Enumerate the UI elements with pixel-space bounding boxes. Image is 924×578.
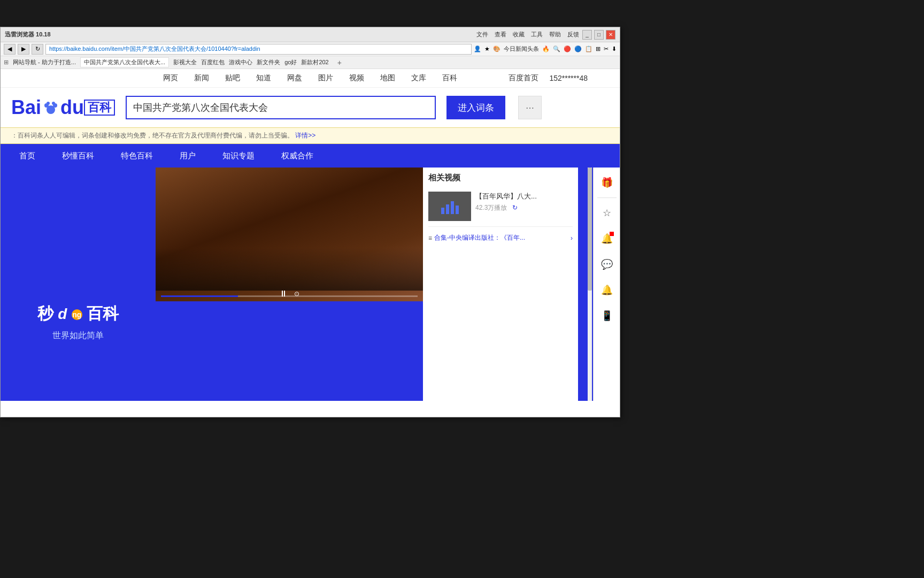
address-bar[interactable]: https://baike.baidu.com/item/中国共产党第八次全国代… xyxy=(45,44,472,55)
scrollbar[interactable] xyxy=(588,168,592,401)
extra-search-btn[interactable]: ⋯ xyxy=(518,96,542,119)
search-icon[interactable]: 🔍 xyxy=(553,45,560,52)
bookmark-baike-tab[interactable]: 中国共产党第八次全国代表大... xyxy=(80,57,169,67)
top-right-links: 百度首页 152******48 xyxy=(509,73,588,83)
promo-logo-text: 秒 d ng 百科 xyxy=(37,302,119,325)
promo-d: d xyxy=(58,306,67,322)
search-input[interactable] xyxy=(127,97,435,118)
layers-icon: ≡ xyxy=(428,234,432,242)
sidebar-phone-btn[interactable]: 📱 xyxy=(596,305,618,326)
bell-active-icon: 🔔 xyxy=(601,233,613,245)
nav-news[interactable]: 新闻 xyxy=(194,73,209,83)
nav-tieba[interactable]: 贴吧 xyxy=(225,73,240,83)
nav-baidu-home[interactable]: 百度首页 xyxy=(509,73,538,83)
notice-text: ：百科词条人人可编辑，词条创建和修改均免费，绝不存在官方及代理商付费代编，请勿上… xyxy=(11,132,294,139)
menu-tools[interactable]: 工具 xyxy=(531,31,543,39)
video-section: 百风年华 ⏸ ⊙ 相关视频 xyxy=(156,168,620,401)
nav-authority[interactable]: 权威合作 xyxy=(268,144,327,168)
bookmark-redpack[interactable]: 百度红包 xyxy=(201,58,225,66)
video-player[interactable]: 百风年华 ⏸ ⊙ xyxy=(156,168,423,301)
related-plays: 42.3万播放 ↻ xyxy=(475,203,573,212)
gift-icon: 🎁 xyxy=(601,177,613,188)
svg-rect-5 xyxy=(441,208,444,214)
promo-miao: 秒 xyxy=(37,305,53,322)
svg-point-3 xyxy=(47,102,50,105)
nav-webpage[interactable]: 网页 xyxy=(163,73,178,83)
skin-icon[interactable]: 🎨 xyxy=(493,45,500,52)
nav-video[interactable]: 视频 xyxy=(349,73,364,83)
menu-help[interactable]: 帮助 xyxy=(549,31,561,39)
star-icon[interactable]: ★ xyxy=(484,45,490,52)
forward-button[interactable]: ▶ xyxy=(18,44,29,55)
download-icon[interactable]: ⬇ xyxy=(612,45,617,52)
menu-bookmarks[interactable]: 收藏 xyxy=(513,31,525,39)
scroll-thumb[interactable] xyxy=(588,168,592,291)
related-item[interactable]: 【百年风华】八大... 42.3万播放 ↻ xyxy=(428,188,573,224)
title-bar: 迅雷浏览器 10.18 文件 查看 收藏 工具 帮助 反馈 _ □ ✕ xyxy=(1,27,620,42)
extension-icon1[interactable]: 🔴 xyxy=(564,45,571,52)
search-button[interactable]: 进入词条 xyxy=(446,96,505,119)
nav-special[interactable]: 特色百科 xyxy=(107,144,166,168)
user-icon[interactable]: 👤 xyxy=(474,45,481,52)
sidebar-bell-btn[interactable]: 🔔 xyxy=(596,279,618,301)
add-tab-btn[interactable]: + xyxy=(337,58,342,67)
nav-wangpan[interactable]: 网盘 xyxy=(287,73,302,83)
sidebar-notification-active-btn[interactable]: 🔔 xyxy=(596,228,618,249)
promo-subtitle: 世界如此简单 xyxy=(52,330,104,341)
menu-file[interactable]: 文件 xyxy=(476,31,488,39)
minimize-button[interactable]: _ xyxy=(582,30,592,40)
nav-user[interactable]: 152******48 xyxy=(549,74,588,82)
nav-knowledge[interactable]: 知识专题 xyxy=(209,144,268,168)
browser-window: 迅雷浏览器 10.18 文件 查看 收藏 工具 帮助 反馈 _ □ ✕ ◀ ▶ … xyxy=(0,27,620,417)
sidebar-star-btn[interactable]: ☆ xyxy=(596,202,618,224)
notice-link[interactable]: 详情>> xyxy=(295,132,315,139)
related-info: 【百年风华】八大... 42.3万播放 ↻ xyxy=(475,192,573,221)
collection-row: ≡ 合集-中央编译出版社：《百年... › xyxy=(428,226,573,242)
close-button[interactable]: ✕ xyxy=(606,30,615,40)
bell-icon: 🔔 xyxy=(601,284,613,296)
video-shadow xyxy=(156,248,423,291)
sidebar-gift-btn[interactable]: 🎁 xyxy=(596,172,618,193)
bookmark-nav[interactable]: 网站导航 - 助力于打造... xyxy=(13,58,76,66)
menu-feedback[interactable]: 反馈 xyxy=(567,31,579,39)
baidu-logo: Bai du 百科 xyxy=(11,96,115,119)
menu-view[interactable]: 查看 xyxy=(495,31,506,39)
nav-miaodong[interactable]: 秒懂百科 xyxy=(49,144,107,168)
window-controls[interactable]: _ □ ✕ xyxy=(582,30,615,40)
nav-zhidao[interactable]: 知道 xyxy=(256,73,271,83)
search-wrapper xyxy=(126,96,436,119)
nav-map[interactable]: 地图 xyxy=(380,73,395,83)
nav-images[interactable]: 图片 xyxy=(318,73,333,83)
baike-label: 百科 xyxy=(84,100,115,116)
title-bar-left: 迅雷浏览器 10.18 xyxy=(5,31,473,39)
nav-icon: ⊞ xyxy=(4,59,9,66)
maximize-button[interactable]: □ xyxy=(594,30,604,40)
expand-icon: ⋯ xyxy=(526,103,534,113)
svg-point-4 xyxy=(52,102,55,105)
video-progress-fill xyxy=(161,295,238,297)
baidu-brand: Bai du 百科 xyxy=(11,96,115,119)
back-button[interactable]: ◀ xyxy=(4,44,16,55)
nav-users[interactable]: 用户 xyxy=(166,144,209,168)
bookmark-games[interactable]: 游戏中心 xyxy=(229,58,252,66)
related-collection[interactable]: ≡ 合集-中央编译出版社：《百年... › xyxy=(428,233,573,242)
bookmark-go[interactable]: go好 xyxy=(284,58,297,66)
bookmark-new[interactable]: 新款村202 xyxy=(301,58,328,66)
svg-rect-7 xyxy=(451,201,454,214)
nav-main-home[interactable]: 首页 xyxy=(6,144,49,168)
grid-icon[interactable]: ⊞ xyxy=(596,45,600,52)
bookmark-folder[interactable]: 新文件夹 xyxy=(257,58,280,66)
refresh-icon[interactable]: ↻ xyxy=(512,204,518,211)
refresh-button[interactable]: ↻ xyxy=(32,44,43,55)
video-time: ⊙ xyxy=(294,290,299,298)
video-play-icon[interactable]: ⏸ xyxy=(279,289,288,299)
nav-wenku[interactable]: 文库 xyxy=(411,73,426,83)
hot-icon: 🔥 xyxy=(542,45,550,52)
nav-baike[interactable]: 百科 xyxy=(442,73,457,83)
scissors-icon[interactable]: ✂ xyxy=(604,45,609,52)
menu-bar: 文件 查看 收藏 工具 帮助 反馈 xyxy=(476,31,579,39)
bookmark-film[interactable]: 影视大全 xyxy=(173,58,197,66)
sidebar-wechat-btn[interactable]: 💬 xyxy=(596,254,618,275)
extension-icon3[interactable]: 📋 xyxy=(585,45,592,52)
extension-icon2[interactable]: 🔵 xyxy=(574,45,582,52)
